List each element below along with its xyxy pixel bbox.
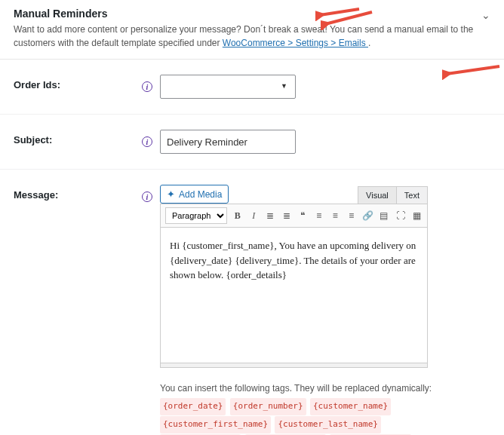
- help-icon[interactable]: i: [142, 191, 152, 202]
- editor-toolbar: Paragraph B I ≣ ≣ ❝ ≡ ≡ ≡ 🔗 ▤ ⛶ ▦: [160, 204, 428, 228]
- row-order-ids: Order Ids: i: [0, 60, 504, 115]
- tab-visual[interactable]: Visual: [358, 187, 396, 204]
- chevron-down-icon[interactable]: ⌄: [481, 9, 490, 21]
- settings-emails-link[interactable]: WooCommerce > Settings > Emails: [223, 38, 368, 48]
- read-more-icon[interactable]: ▤: [378, 209, 390, 222]
- editor-scrollbar[interactable]: [160, 363, 428, 368]
- tab-text[interactable]: Text: [396, 187, 427, 204]
- italic-icon[interactable]: I: [248, 209, 260, 222]
- toolbar-toggle-icon[interactable]: ▦: [410, 209, 423, 222]
- media-icon: ✦: [167, 188, 175, 200]
- label-message: Message:: [14, 185, 142, 201]
- bold-icon[interactable]: B: [232, 209, 244, 222]
- help-icon[interactable]: i: [142, 81, 152, 92]
- template-tag: {customer_first_name}: [160, 416, 271, 433]
- panel-header: Manual Reminders ⌄ Want to add more cont…: [0, 0, 504, 60]
- template-tag: {order_number}: [230, 398, 306, 415]
- template-tag: {customer_name}: [310, 398, 391, 415]
- tags-note-intro: You can insert the following tags. They …: [160, 383, 432, 394]
- numbered-list-icon[interactable]: ≣: [281, 209, 293, 222]
- add-media-label: Add Media: [179, 189, 222, 200]
- add-media-button[interactable]: ✦ Add Media: [160, 185, 229, 204]
- blockquote-icon[interactable]: ❝: [297, 209, 309, 222]
- tags-help-text: You can insert the following tags. They …: [160, 380, 462, 435]
- panel-title: Manual Reminders: [14, 8, 490, 20]
- template-tag: {customer_last_name}: [275, 416, 380, 433]
- template-tag: {order_date}: [160, 398, 226, 415]
- row-subject: Subject: i: [0, 115, 504, 170]
- help-icon[interactable]: i: [142, 136, 152, 147]
- order-ids-select[interactable]: [160, 75, 296, 99]
- message-editor[interactable]: Hi {customer_first_name}, You have an up…: [160, 228, 428, 363]
- fullscreen-icon[interactable]: ⛶: [395, 209, 407, 222]
- label-subject: Subject:: [14, 130, 142, 146]
- format-select[interactable]: Paragraph: [165, 207, 227, 224]
- align-right-icon[interactable]: ≡: [346, 209, 358, 222]
- panel-description: Want to add more content or personalize …: [14, 23, 490, 50]
- link-icon[interactable]: 🔗: [362, 209, 374, 222]
- align-left-icon[interactable]: ≡: [313, 209, 325, 222]
- label-order-ids: Order Ids:: [14, 75, 142, 90]
- editor-tabs: Visual Text: [358, 186, 428, 204]
- bullet-list-icon[interactable]: ≣: [264, 209, 276, 222]
- subject-input[interactable]: [160, 130, 296, 154]
- row-message: Message: i ✦ Add Media Visual Text Pa: [0, 170, 504, 435]
- align-center-icon[interactable]: ≡: [329, 209, 341, 222]
